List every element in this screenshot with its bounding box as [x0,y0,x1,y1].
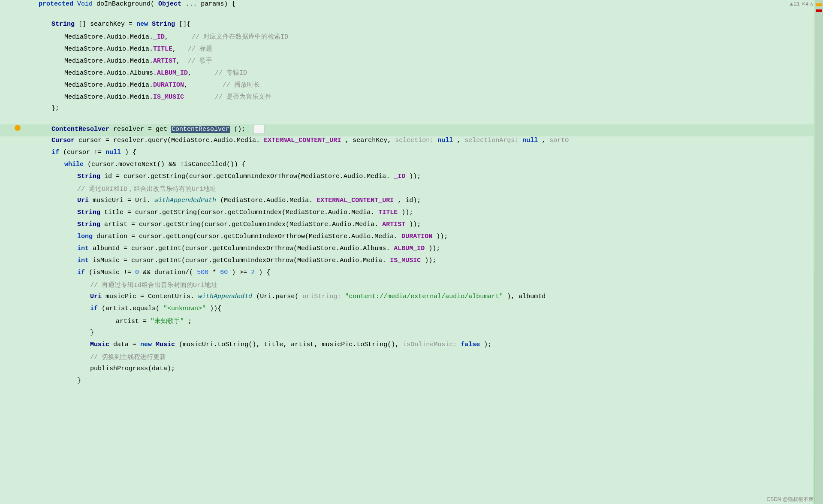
line-comment-pic: // 再通过专辑Id组合出音乐封面的Uri地址 [0,281,823,293]
line-album: MediaStore.Audio.Albums.ALBUM_ID, // 专辑I… [0,68,823,80]
breakpoint-bullet [15,125,21,131]
selected-text: ContentResolver [171,126,230,133]
scroll-marker-error-1 [816,9,822,12]
line-resolver: ContentResolver resolver = get ContentRe… [0,124,823,136]
line-while: while (cursor.moveToNext() && !isCancell… [0,160,823,172]
line-int-ismusic: int isMusic = cursor.getInt(cursor.getCo… [0,257,823,269]
line-string-array: String [] searchKey = new String []{ [0,20,823,32]
line-int-albumid: int albumId = cursor.getInt(cursor.getCo… [0,244,823,257]
line-comment-uri: // 通过URI和ID，组合出改音乐特有的Uri地址 [0,184,823,196]
line-publish: publishProgress(data); [0,365,823,377]
tooltip-hint [253,125,265,134]
scroll-marker-warning-1 [816,3,822,6]
line-musicuri: Uri musicUri = Uri. withAppendedPath (Me… [0,196,823,208]
line-if-artist: if (artist.equals( "<unknown>" )){ [0,305,823,317]
line-if-cursor: if (cursor != null ) { [0,148,823,160]
line-close-brace: }; [0,104,823,116]
vertical-scroll-indicator [814,0,815,504]
line-long-duration: long duration = cursor.getLong(cursor.ge… [0,232,823,244]
code-editor: ▲21 ✕4 ∧ protected Void doInBackground( … [0,0,823,504]
scrollbar-marker-bar[interactable] [815,0,823,504]
line-title: MediaStore.Audio.Media.TITLE, // 标题 [0,44,823,56]
line-close-if-artist: } [0,329,823,341]
line-empty2 [0,116,823,124]
line-string-title: String title = cursor.getString(cursor.g… [0,208,823,220]
line-string-artist: String artist = cursor.getString(cursor.… [0,220,823,232]
bottom-bar-info: CSDN @猫叔很不爽 [766,496,814,503]
line-duration: MediaStore.Audio.Media.DURATION, // 播放时长 [0,80,823,92]
line-close-brace2: } [0,377,823,389]
line-cursor-query: Cursor cursor = resolver.query(MediaStor… [0,136,823,148]
line-empty1 [0,12,823,20]
line-if-ismusic: if (isMusic != 0 && duration/( 500 * 60 … [0,269,823,281]
keyword-protected: protected [39,0,73,8]
line-artist-field: MediaStore.Audio.Media.ARTIST, // 歌手 [0,56,823,68]
line-artist-assign: artist = "未知歌手" ; [0,317,823,329]
line-code-1: protected Void doInBackground( Object ..… [26,0,823,8]
line-string-id: String id = cursor.getString(cursor.getC… [0,172,823,184]
line-id: MediaStore.Audio.Media._ID, // 对应文件在数据库中… [0,32,823,44]
line-ismusic-field: MediaStore.Audio.Media.IS_MUSIC // 是否为音乐… [0,92,823,104]
line-protected: protected Void doInBackground( Object ..… [0,0,823,12]
line-musicpic: Uri musicPic = ContentUris. withAppended… [0,293,823,305]
line-comment-main: // 切换到主线程进行更新 [0,353,823,365]
line-music-data: Music data = new Music (musicUri.toStrin… [0,341,823,353]
